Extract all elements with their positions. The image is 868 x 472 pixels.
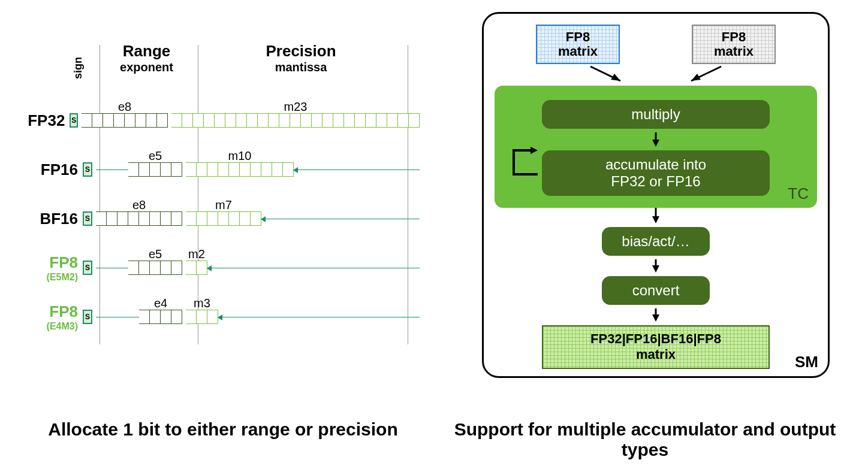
arrow-in-left-icon <box>584 65 632 87</box>
man-bit <box>272 162 283 177</box>
sign-bit: S <box>83 211 92 226</box>
bit-area: e5m10 <box>96 145 420 194</box>
man-bit <box>207 162 218 177</box>
tc-label: TC <box>788 184 809 203</box>
man-bit <box>225 113 236 128</box>
exponent-label: e8 <box>82 100 168 114</box>
exp-bit <box>157 113 168 128</box>
exp-bit <box>139 261 150 275</box>
header-precision: Precision mantissa <box>196 42 406 74</box>
man-bit <box>171 113 182 128</box>
exponent-bits: e5 <box>128 162 182 177</box>
man-bit <box>204 113 215 128</box>
bias-box: bias/act/… <box>602 227 710 256</box>
mantissa-label: m23 <box>171 100 420 114</box>
tc-box: multiply accumulate into FP32 or FP16 TC <box>495 86 817 208</box>
exp-bit <box>150 162 161 177</box>
exp-bit <box>171 211 182 226</box>
man-bit <box>197 310 207 324</box>
man-bit <box>236 113 247 128</box>
exp-bit <box>117 211 128 226</box>
multiply-label: multiply <box>631 106 680 122</box>
format-sublabel: (E4M3) <box>12 321 78 332</box>
input-matrix-a: FP8 matrix <box>536 25 620 64</box>
format-row: FP8(E5M2)Se5m2 <box>12 243 420 292</box>
accumulate-label: accumulate into FP32 or FP16 <box>605 156 706 189</box>
header-sign: sign <box>72 66 104 79</box>
man-bit <box>240 162 251 177</box>
sign-bit: S <box>70 113 78 128</box>
mantissa-label: m2 <box>186 247 207 261</box>
convert-label: convert <box>632 282 680 298</box>
man-bit <box>301 113 312 128</box>
exp-bit <box>128 261 139 275</box>
svg-marker-6 <box>531 147 538 154</box>
caption-right: Support for multiple accumulator and out… <box>434 419 856 460</box>
caption-left: Allocate 1 bit to either range or precis… <box>12 419 434 460</box>
exp-bit <box>92 113 103 128</box>
exp-bit <box>139 162 150 177</box>
arrow-bias-convert-icon <box>495 259 817 273</box>
output-matrix-label: FP32|FP16|BF16|FP8 matrix <box>590 331 721 362</box>
exp-bit <box>107 211 117 226</box>
man-bit <box>258 113 269 128</box>
header-precision-sub: mantissa <box>196 60 406 74</box>
format-rows: FP32Se8m23FP16Se5m10BF16Se8m7FP8(E5M2)Se… <box>12 96 420 341</box>
man-bit <box>409 113 420 128</box>
man-bit <box>197 261 207 275</box>
bit-layout-panel: sign Range exponent Precision mantissa F… <box>12 12 420 407</box>
man-bit <box>197 162 207 177</box>
convert-box: convert <box>602 276 710 305</box>
exponent-label: e4 <box>139 296 182 310</box>
man-bit <box>251 211 261 226</box>
header-range-title: Range <box>97 42 196 60</box>
input-matrix-a-label: FP8 matrix <box>537 30 619 59</box>
input-matrix-b-label: FP8 matrix <box>693 30 774 59</box>
output-matrix: FP32|FP16|BF16|FP8 matrix <box>542 325 770 369</box>
mantissa-bits: m7 <box>186 211 261 226</box>
input-arrows <box>495 68 817 86</box>
exponent-label: e8 <box>96 198 182 212</box>
exp-bit <box>171 162 182 177</box>
captions-row: Allocate 1 bit to either range or precis… <box>12 419 856 460</box>
svg-marker-1 <box>611 74 620 81</box>
exp-bit <box>128 162 139 177</box>
exp-bit <box>96 211 107 226</box>
mantissa-label: m10 <box>186 149 294 163</box>
bias-label: bias/act/… <box>622 233 689 249</box>
man-bit <box>186 162 197 177</box>
bit-area: e5m2 <box>96 243 420 292</box>
format-row: FP8(E4M3)Se4m3 <box>12 292 420 341</box>
exp-bit <box>171 310 182 324</box>
pipeline-panel: FP8 matrix FP8 matrix multiply <box>456 12 856 407</box>
man-bit <box>186 211 197 226</box>
mantissa-label: m7 <box>186 198 261 212</box>
man-bit <box>251 162 261 177</box>
exp-bit <box>114 113 125 128</box>
mantissa-tail-line <box>261 219 420 219</box>
format-row: FP16Se5m10 <box>12 145 420 194</box>
exp-bit <box>82 113 92 128</box>
arrow-convert-output-icon <box>495 308 817 322</box>
header-range: Range exponent <box>97 42 196 74</box>
format-label: FP16 <box>12 161 83 179</box>
mantissa-bits: m10 <box>186 162 294 177</box>
exp-bit <box>135 113 146 128</box>
exp-lead-line <box>96 317 139 317</box>
format-row: FP32Se8m23 <box>12 96 420 145</box>
arrow-in-right-icon <box>679 65 727 87</box>
exp-bit <box>146 113 157 128</box>
man-bit <box>247 113 258 128</box>
arrow-multiply-accumulate-icon <box>505 132 806 147</box>
mantissa-bits: m3 <box>186 310 218 324</box>
svg-marker-10 <box>652 265 659 273</box>
exp-bit <box>139 211 150 226</box>
sign-bit: S <box>83 162 92 177</box>
man-bit <box>355 113 366 128</box>
mantissa-tail-line <box>207 268 420 268</box>
mantissa-tail-line <box>294 170 420 170</box>
man-bit <box>323 113 333 128</box>
man-bit <box>312 113 323 128</box>
man-bit <box>197 211 207 226</box>
mantissa-label: m3 <box>186 296 218 310</box>
